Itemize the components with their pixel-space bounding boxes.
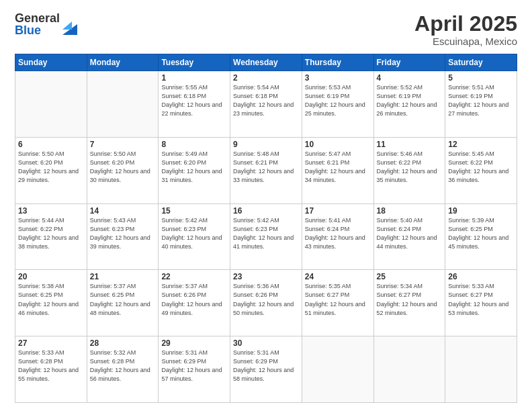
logo-icon [62,16,77,35]
header-tuesday: Tuesday [159,54,230,71]
day-number: 17 [305,206,371,216]
calendar-cell [445,336,517,403]
day-info: Sunrise: 5:45 AM Sunset: 6:22 PM Dayligh… [448,150,514,185]
day-number: 14 [90,206,156,216]
day-number: 12 [448,140,514,149]
day-number: 4 [377,73,443,83]
calendar-cell: 29Sunrise: 5:31 AM Sunset: 6:29 PM Dayli… [159,336,230,403]
day-number: 28 [90,338,156,348]
day-info: Sunrise: 5:40 AM Sunset: 6:24 PM Dayligh… [377,216,443,251]
calendar-cell: 22Sunrise: 5:37 AM Sunset: 6:26 PM Dayli… [159,270,230,336]
page: General Blue April 2025 Escuinapa, Mexic… [0,0,532,411]
day-number: 23 [233,272,299,281]
day-number: 2 [233,73,299,83]
calendar-cell [87,71,159,138]
calendar-cell: 26Sunrise: 5:33 AM Sunset: 6:27 PM Dayli… [445,270,517,336]
header-thursday: Thursday [302,54,373,71]
day-info: Sunrise: 5:54 AM Sunset: 6:18 PM Dayligh… [233,83,299,118]
calendar-cell: 28Sunrise: 5:32 AM Sunset: 6:28 PM Dayli… [87,336,159,403]
day-info: Sunrise: 5:37 AM Sunset: 6:25 PM Dayligh… [90,282,156,317]
calendar-cell: 14Sunrise: 5:43 AM Sunset: 6:23 PM Dayli… [87,203,159,270]
calendar-cell: 1Sunrise: 5:55 AM Sunset: 6:18 PM Daylig… [159,71,230,138]
day-info: Sunrise: 5:50 AM Sunset: 6:20 PM Dayligh… [90,150,156,185]
calendar-cell: 15Sunrise: 5:42 AM Sunset: 6:23 PM Dayli… [159,203,230,270]
day-number: 13 [18,206,84,216]
calendar-title: April 2025 [414,12,517,36]
calendar-cell: 11Sunrise: 5:46 AM Sunset: 6:22 PM Dayli… [373,137,445,203]
calendar-table: Sunday Monday Tuesday Wednesday Thursday… [15,54,517,403]
day-number: 7 [90,140,156,149]
header-friday: Friday [373,54,445,71]
calendar-cell [302,336,373,403]
calendar-week-1: 1Sunrise: 5:55 AM Sunset: 6:18 PM Daylig… [15,71,517,138]
calendar-week-5: 27Sunrise: 5:33 AM Sunset: 6:28 PM Dayli… [15,336,517,403]
calendar-cell: 12Sunrise: 5:45 AM Sunset: 6:22 PM Dayli… [445,137,517,203]
day-info: Sunrise: 5:42 AM Sunset: 6:23 PM Dayligh… [161,216,227,251]
calendar-week-4: 20Sunrise: 5:38 AM Sunset: 6:25 PM Dayli… [15,270,517,336]
day-info: Sunrise: 5:33 AM Sunset: 6:28 PM Dayligh… [18,349,84,383]
day-number: 29 [161,338,227,348]
day-number: 19 [448,206,514,216]
day-info: Sunrise: 5:39 AM Sunset: 6:25 PM Dayligh… [448,216,514,251]
day-info: Sunrise: 5:51 AM Sunset: 6:19 PM Dayligh… [448,83,514,118]
header: General Blue April 2025 Escuinapa, Mexic… [15,12,517,47]
calendar-subtitle: Escuinapa, Mexico [414,36,517,47]
day-number: 25 [377,272,443,281]
logo-general-text: General [15,12,60,24]
calendar-body: 1Sunrise: 5:55 AM Sunset: 6:18 PM Daylig… [15,71,517,403]
header-monday: Monday [87,54,159,71]
day-info: Sunrise: 5:33 AM Sunset: 6:27 PM Dayligh… [448,282,514,317]
day-number: 18 [377,206,443,216]
calendar-cell: 10Sunrise: 5:47 AM Sunset: 6:21 PM Dayli… [302,137,373,203]
day-info: Sunrise: 5:47 AM Sunset: 6:21 PM Dayligh… [305,150,371,185]
day-info: Sunrise: 5:44 AM Sunset: 6:22 PM Dayligh… [18,216,84,251]
day-number: 6 [18,140,84,149]
calendar-week-2: 6Sunrise: 5:50 AM Sunset: 6:20 PM Daylig… [15,137,517,203]
day-info: Sunrise: 5:37 AM Sunset: 6:26 PM Dayligh… [161,282,227,317]
day-number: 30 [233,338,299,348]
day-number: 8 [161,140,227,149]
day-info: Sunrise: 5:36 AM Sunset: 6:26 PM Dayligh… [233,282,299,317]
day-number: 11 [377,140,443,149]
calendar-cell: 2Sunrise: 5:54 AM Sunset: 6:18 PM Daylig… [230,71,302,138]
calendar-cell: 17Sunrise: 5:41 AM Sunset: 6:24 PM Dayli… [302,203,373,270]
day-number: 5 [448,73,514,83]
header-wednesday: Wednesday [230,54,302,71]
day-number: 15 [161,206,227,216]
day-info: Sunrise: 5:50 AM Sunset: 6:20 PM Dayligh… [18,150,84,185]
header-saturday: Saturday [445,54,517,71]
calendar-cell: 25Sunrise: 5:34 AM Sunset: 6:27 PM Dayli… [373,270,445,336]
day-info: Sunrise: 5:32 AM Sunset: 6:28 PM Dayligh… [90,349,156,383]
calendar-cell: 21Sunrise: 5:37 AM Sunset: 6:25 PM Dayli… [87,270,159,336]
calendar-cell: 19Sunrise: 5:39 AM Sunset: 6:25 PM Dayli… [445,203,517,270]
calendar-cell: 16Sunrise: 5:42 AM Sunset: 6:23 PM Dayli… [230,203,302,270]
calendar-cell: 30Sunrise: 5:31 AM Sunset: 6:29 PM Dayli… [230,336,302,403]
calendar-cell: 3Sunrise: 5:53 AM Sunset: 6:19 PM Daylig… [302,71,373,138]
day-info: Sunrise: 5:38 AM Sunset: 6:25 PM Dayligh… [18,282,84,317]
calendar-cell: 8Sunrise: 5:49 AM Sunset: 6:20 PM Daylig… [159,137,230,203]
day-info: Sunrise: 5:35 AM Sunset: 6:27 PM Dayligh… [305,282,371,317]
calendar-cell: 27Sunrise: 5:33 AM Sunset: 6:28 PM Dayli… [15,336,87,403]
day-number: 27 [18,338,84,348]
calendar-header: Sunday Monday Tuesday Wednesday Thursday… [15,54,517,71]
logo: General Blue [15,12,77,36]
calendar-cell: 24Sunrise: 5:35 AM Sunset: 6:27 PM Dayli… [302,270,373,336]
day-number: 9 [233,140,299,149]
day-info: Sunrise: 5:52 AM Sunset: 6:19 PM Dayligh… [377,83,443,118]
day-number: 26 [448,272,514,281]
day-number: 22 [161,272,227,281]
day-info: Sunrise: 5:34 AM Sunset: 6:27 PM Dayligh… [377,282,443,317]
day-info: Sunrise: 5:41 AM Sunset: 6:24 PM Dayligh… [305,216,371,251]
day-info: Sunrise: 5:55 AM Sunset: 6:18 PM Dayligh… [161,83,227,118]
calendar-cell: 9Sunrise: 5:48 AM Sunset: 6:21 PM Daylig… [230,137,302,203]
day-info: Sunrise: 5:31 AM Sunset: 6:29 PM Dayligh… [233,349,299,383]
calendar-cell: 20Sunrise: 5:38 AM Sunset: 6:25 PM Dayli… [15,270,87,336]
header-sunday: Sunday [15,54,87,71]
day-info: Sunrise: 5:46 AM Sunset: 6:22 PM Dayligh… [377,150,443,185]
day-number: 21 [90,272,156,281]
day-info: Sunrise: 5:48 AM Sunset: 6:21 PM Dayligh… [233,150,299,185]
logo-blue-text: Blue [15,24,60,36]
calendar-week-3: 13Sunrise: 5:44 AM Sunset: 6:22 PM Dayli… [15,203,517,270]
day-number: 24 [305,272,371,281]
calendar-cell: 6Sunrise: 5:50 AM Sunset: 6:20 PM Daylig… [15,137,87,203]
